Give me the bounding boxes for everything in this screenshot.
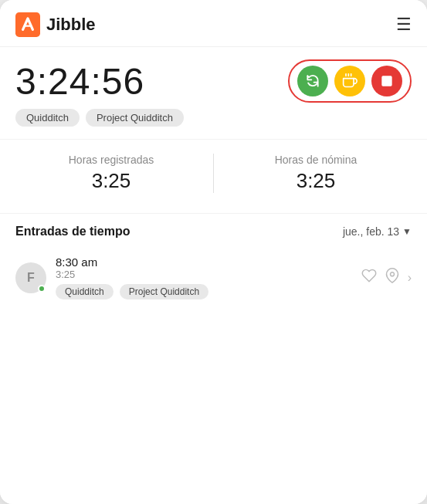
header: Jibble ☰ (0, 0, 427, 47)
avatar-initial: F (27, 271, 35, 285)
entry-tag-quidditch: Quidditch (56, 284, 114, 299)
avatar-wrap: F (15, 262, 46, 293)
restart-button[interactable] (297, 66, 328, 96)
stop-button[interactable] (371, 66, 402, 96)
timer-tag-quidditch: Quidditch (15, 109, 80, 127)
location-icon[interactable] (385, 268, 400, 287)
stat-payroll: Horas de nómina 3:25 (220, 154, 412, 193)
stat-registered: Horas registradas 3:25 (15, 154, 207, 193)
entries-date-selector[interactable]: jue., feb. 13 ▼ (343, 225, 412, 238)
entry-actions: › (361, 268, 412, 287)
svg-point-5 (390, 272, 394, 276)
logo-area: Jibble (15, 12, 96, 37)
timer-controls (288, 59, 412, 103)
entry-tag-project: Project Quidditch (120, 284, 208, 299)
stat-registered-value: 3:25 (15, 169, 207, 193)
entry-duration: 3:25 (56, 269, 352, 280)
restart-icon (305, 73, 320, 89)
menu-button[interactable]: ☰ (396, 15, 412, 35)
status-dot (38, 285, 46, 293)
timer-tag-project: Project Quidditch (86, 109, 184, 127)
chevron-down-icon: ▼ (402, 226, 412, 237)
app-title: Jibble (46, 15, 96, 35)
stats-section: Horas registradas 3:25 Horas de nómina 3… (0, 139, 427, 207)
timer-display: 3:24:56 (15, 60, 144, 103)
app-frame: Jibble ☰ 3:24:56 (0, 0, 427, 504)
stop-icon (379, 73, 395, 89)
entry-time: 8:30 am (56, 255, 352, 269)
stat-payroll-value: 3:25 (220, 169, 412, 193)
stat-payroll-label: Horas de nómina (220, 154, 412, 166)
entry-info: 8:30 am 3:25 Quidditch Project Quidditch (56, 255, 352, 299)
entries-date-text: jue., feb. 13 (343, 225, 399, 238)
break-icon (342, 73, 358, 89)
stat-divider (213, 154, 214, 193)
entries-title: Entradas de tiempo (15, 225, 130, 238)
timer-section: 3:24:56 (0, 47, 427, 133)
svg-rect-0 (15, 12, 40, 37)
entry-tags: Quidditch Project Quidditch (56, 284, 352, 299)
jibble-logo-icon (15, 12, 40, 37)
entry-chevron-right-icon[interactable]: › (408, 271, 412, 285)
entries-header: Entradas de tiempo jue., feb. 13 ▼ (15, 225, 412, 238)
like-icon[interactable] (361, 268, 377, 287)
svg-rect-4 (381, 76, 391, 86)
stat-registered-label: Horas registradas (15, 154, 207, 166)
entries-section: Entradas de tiempo jue., feb. 13 ▼ F 8:3… (0, 213, 427, 504)
table-row: F 8:30 am 3:25 Quidditch Project Quiddit… (15, 249, 412, 306)
timer-tags: Quidditch Project Quidditch (15, 109, 412, 127)
timer-row: 3:24:56 (15, 59, 412, 103)
break-button[interactable] (334, 66, 365, 96)
